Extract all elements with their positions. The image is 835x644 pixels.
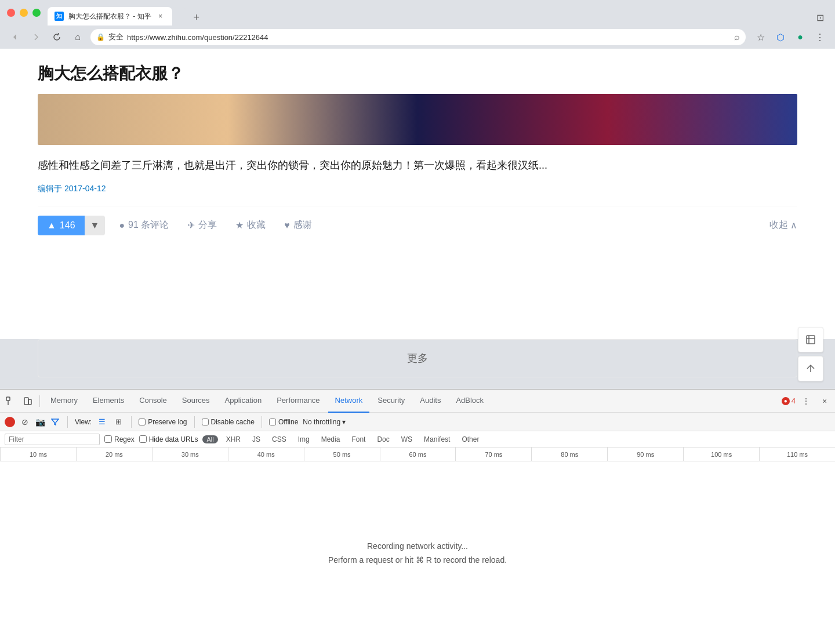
collect-icon: ★ bbox=[235, 220, 244, 231]
tab-application[interactable]: Application bbox=[218, 390, 269, 413]
regex-text: Regex bbox=[114, 435, 135, 443]
tab-memory[interactable]: Memory bbox=[43, 390, 85, 413]
collapse-label: 收起 bbox=[769, 219, 788, 231]
chrome-menu-button[interactable]: ⋮ bbox=[812, 29, 828, 45]
more-button[interactable]: 更多 bbox=[407, 352, 428, 364]
disable-cache-checkbox[interactable] bbox=[202, 419, 209, 425]
svg-rect-6 bbox=[28, 399, 31, 405]
svg-rect-0 bbox=[807, 336, 815, 344]
list-view-button[interactable]: ☰ bbox=[96, 416, 108, 428]
preserve-log-checkbox[interactable] bbox=[139, 419, 146, 425]
collapse-button[interactable]: 收起 ∧ bbox=[769, 219, 797, 231]
tab-network[interactable]: Network bbox=[328, 390, 370, 413]
tick-60ms: 60 ms bbox=[380, 447, 456, 461]
filter-font-button[interactable]: Font bbox=[348, 434, 369, 445]
filter-button[interactable] bbox=[50, 417, 60, 427]
filter-css-button[interactable]: CSS bbox=[268, 434, 290, 445]
filter-ws-button[interactable]: WS bbox=[398, 434, 416, 445]
tab-close-button[interactable]: × bbox=[156, 12, 165, 21]
regex-checkbox[interactable] bbox=[104, 435, 112, 443]
filter-img-button[interactable]: Img bbox=[295, 434, 313, 445]
browser-window: 知 胸大怎么搭配衣服？ - 知乎 × + ⊡ ⌂ 🔒 安全 https://ww… bbox=[0, 0, 835, 644]
devtools-more-button[interactable]: ⋮ bbox=[798, 393, 814, 409]
filter-manifest-button[interactable]: Manifest bbox=[420, 434, 453, 445]
tab-sources[interactable]: Sources bbox=[175, 390, 217, 413]
controls-separator bbox=[67, 416, 68, 428]
share-button[interactable]: ✈ 分享 bbox=[183, 217, 222, 234]
home-button[interactable]: ⌂ bbox=[70, 29, 86, 45]
error-badge: ● 4 bbox=[782, 396, 796, 405]
hide-data-urls-checkbox[interactable] bbox=[139, 435, 147, 443]
back-button[interactable] bbox=[7, 29, 23, 45]
offline-checkbox[interactable] bbox=[269, 419, 276, 425]
disable-cache-label[interactable]: Disable cache bbox=[202, 418, 255, 426]
vote-up-button[interactable]: ▲ 146 bbox=[38, 216, 85, 235]
screenshot-button[interactable]: 📷 bbox=[35, 417, 45, 427]
regex-label[interactable]: Regex bbox=[104, 435, 135, 443]
preserve-log-label[interactable]: Preserve log bbox=[139, 418, 187, 426]
svg-rect-5 bbox=[24, 398, 28, 405]
filter-input[interactable] bbox=[5, 434, 100, 445]
filter-all-button[interactable]: All bbox=[202, 435, 217, 443]
offline-text: Offline bbox=[278, 418, 298, 426]
lock-icon: 🔒 bbox=[96, 33, 105, 41]
collect-button[interactable]: ★ 收藏 bbox=[231, 217, 270, 234]
network-content: Recording network activity... Perform a … bbox=[0, 461, 835, 644]
filter-other-button[interactable]: Other bbox=[458, 434, 482, 445]
devtools-toolbar: Memory Elements Console Sources Applicat… bbox=[0, 390, 835, 413]
minimize-window-button[interactable] bbox=[20, 9, 28, 17]
offline-label[interactable]: Offline bbox=[269, 418, 298, 426]
extension-button[interactable]: ● bbox=[792, 29, 808, 45]
maximize-window-button[interactable] bbox=[32, 9, 41, 17]
filter-doc-button[interactable]: Doc bbox=[373, 434, 393, 445]
timeline-ruler: 10 ms 20 ms 30 ms 40 ms 50 ms 60 ms 70 m… bbox=[0, 447, 835, 461]
float-top-button[interactable] bbox=[798, 356, 823, 381]
filter-js-button[interactable]: JS bbox=[249, 434, 264, 445]
tab-favicon: 知 bbox=[55, 12, 64, 21]
tab-audits[interactable]: Audits bbox=[413, 390, 448, 413]
tab-performance[interactable]: Performance bbox=[270, 390, 326, 413]
devtools-close-area: ● 4 ⋮ × bbox=[782, 393, 833, 409]
filter-xhr-button[interactable]: XHR bbox=[223, 434, 244, 445]
tab-security[interactable]: Security bbox=[371, 390, 412, 413]
forward-button[interactable] bbox=[28, 29, 44, 45]
active-tab[interactable]: 知 胸大怎么搭配衣服？ - 知乎 × bbox=[48, 7, 172, 26]
preserve-log-text: Preserve log bbox=[148, 418, 187, 426]
reload-button[interactable] bbox=[49, 29, 65, 45]
window-controls bbox=[7, 9, 41, 17]
thanks-button[interactable]: ♥ 感谢 bbox=[279, 217, 317, 234]
throttle-select[interactable]: No throttling ▾ bbox=[303, 418, 346, 426]
inactive-tab[interactable] bbox=[172, 7, 186, 26]
tick-40ms: 40 ms bbox=[228, 447, 304, 461]
tab-adblock[interactable]: AdBlock bbox=[449, 390, 491, 413]
zoom-button[interactable]: ⌕ bbox=[734, 32, 740, 42]
close-window-button[interactable] bbox=[7, 9, 15, 17]
sep4 bbox=[262, 416, 262, 428]
cast-button[interactable]: ⊡ bbox=[812, 9, 828, 26]
nav-bar: ⌂ 🔒 安全 https://www.zhihu.com/question/22… bbox=[0, 26, 835, 49]
devtools-close-button[interactable]: × bbox=[816, 393, 833, 409]
hide-data-urls-label[interactable]: Hide data URLs bbox=[139, 435, 198, 443]
tab-elements[interactable]: Elements bbox=[86, 390, 131, 413]
record-button[interactable] bbox=[5, 417, 15, 427]
network-controls: ⊘ 📷 View: ☰ ⊞ Preserve log bbox=[0, 413, 835, 431]
devtools-inspect-button[interactable] bbox=[2, 393, 19, 409]
new-tab-button[interactable]: + bbox=[188, 9, 205, 26]
nav-actions: ☆ ⬡ ● ⋮ bbox=[753, 29, 828, 45]
stop-recording-button[interactable]: ⊘ bbox=[20, 417, 30, 427]
address-bar[interactable]: 🔒 安全 https://www.zhihu.com/question/2221… bbox=[90, 29, 746, 45]
tab-console[interactable]: Console bbox=[132, 390, 174, 413]
edit-date: 编辑于 2017-04-12 bbox=[38, 184, 797, 194]
devtools-device-button[interactable] bbox=[20, 393, 36, 409]
comment-button[interactable]: ● 91 条评论 bbox=[114, 217, 173, 234]
vote-down-button[interactable]: ▼ bbox=[85, 216, 106, 235]
collect-label: 收藏 bbox=[247, 219, 266, 231]
tree-view-button[interactable]: ⊞ bbox=[112, 416, 124, 428]
more-section-wrapper: 更多 bbox=[0, 339, 835, 389]
tick-30ms: 30 ms bbox=[152, 447, 228, 461]
tab-bar: 知 胸大怎么搭配衣服？ - 知乎 × + ⊡ bbox=[48, 0, 828, 26]
float-bookmark-button[interactable] bbox=[798, 327, 823, 352]
bookmark-button[interactable]: ☆ bbox=[753, 29, 769, 45]
filter-media-button[interactable]: Media bbox=[318, 434, 344, 445]
cast-icon-button[interactable]: ⬡ bbox=[772, 29, 789, 45]
